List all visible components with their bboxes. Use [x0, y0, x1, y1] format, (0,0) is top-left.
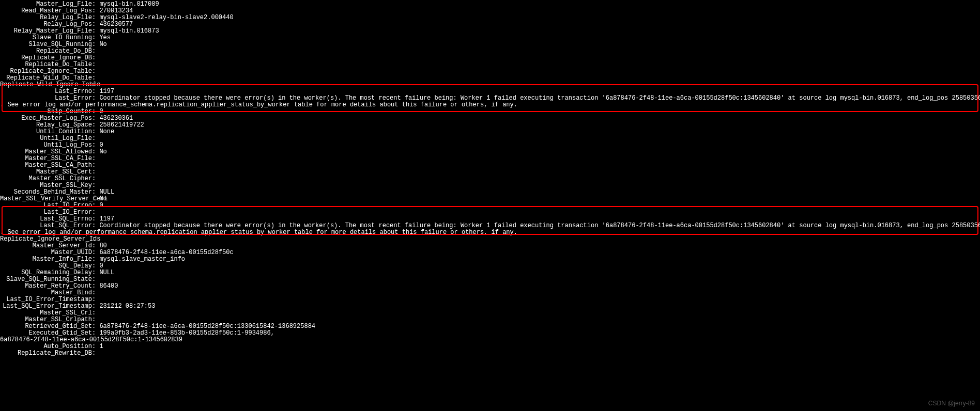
field-separator: : — [92, 155, 99, 162]
field-value: 80 — [99, 242, 106, 249]
field-separator: : — [92, 323, 99, 330]
field-value: Yes — [99, 34, 111, 41]
field-separator: : — [92, 88, 99, 95]
field-separator: : — [92, 215, 99, 223]
field-separator: : — [92, 27, 99, 35]
wrapped-text: . See error log and/or performance_schem… — [0, 229, 517, 236]
output-line: Master_SSL_Cert: — [0, 169, 980, 176]
output-line: Master_Info_File: mysql.slave_master_inf… — [0, 256, 980, 263]
output-line: Master_SSL_Key: — [0, 182, 980, 189]
output-line: . See error log and/or performance_schem… — [0, 229, 980, 236]
field-separator: : — [92, 256, 99, 263]
field-separator: : — [92, 316, 99, 323]
field-value: 436230361 — [99, 115, 133, 122]
field-separator: : — [92, 296, 99, 303]
field-separator: : — [92, 209, 99, 216]
field-separator: : — [92, 148, 99, 155]
field-value: 0 — [99, 262, 103, 270]
output-line: Master_SSL_CA_Path: — [0, 162, 980, 169]
field-separator: : — [92, 34, 99, 41]
field-value: NULL — [99, 188, 114, 196]
field-value: 258621419722 — [99, 121, 144, 129]
field-separator: : — [92, 242, 99, 249]
field-separator: : — [92, 175, 99, 182]
field-separator: : — [92, 309, 99, 317]
field-separator: : — [92, 188, 99, 196]
output-line: Master_SSL_Allowed: No — [0, 149, 980, 155]
field-value: No — [99, 148, 106, 155]
field-value: No — [99, 195, 106, 202]
output-line: Master_SSL_Cipher: — [0, 176, 980, 182]
field-separator: : — [92, 128, 99, 135]
output-line: Master_Log_File: mysql-bin.017089 — [0, 1, 980, 8]
output-line: Master_SSL_CA_File: — [0, 155, 980, 162]
output-line: Last_IO_Error: — [0, 209, 980, 216]
output-line: . See error log and/or performance_schem… — [0, 102, 980, 108]
field-separator: : — [92, 108, 99, 115]
field-separator: : — [92, 162, 99, 169]
field-value: mysql-bin.016873 — [99, 27, 159, 35]
field-value: 231212 08:27:53 — [99, 303, 155, 310]
field-separator: : — [92, 1, 99, 8]
field-separator: : — [92, 235, 99, 243]
output-line: Relay_Master_Log_File: mysql-bin.016873 — [0, 28, 980, 35]
output-line: Until_Log_Pos: 0 — [0, 142, 980, 149]
field-value: NULL — [99, 269, 114, 276]
field-value: 0 — [99, 141, 103, 149]
field-value: 6a878476-2f48-11ee-a6ca-00155d28f50c:133… — [99, 323, 315, 330]
field-value: None — [99, 128, 114, 135]
wrapped-text: 6a878476-2f48-11ee-a6ca-00155d28f50c:1-1… — [0, 336, 182, 343]
field-separator: : — [92, 115, 99, 122]
field-separator: : — [92, 54, 99, 61]
output-line: Replicate_Ignore_Server_Ids: — [0, 236, 980, 243]
field-separator: : — [92, 94, 99, 102]
field-separator: : — [92, 21, 99, 28]
wrapped-text: . See error log and/or performance_schem… — [0, 101, 517, 108]
output-line: SQL_Remaining_Delay: NULL — [0, 270, 980, 276]
output-line: Slave_IO_Running: Yes — [0, 35, 980, 41]
output-line: Last_SQL_Error_Timestamp: 231212 08:27:5… — [0, 303, 980, 310]
output-line: Skip_Counter: 0 — [0, 108, 980, 115]
output-line: Replicate_Wild_Do_Table: — [0, 75, 980, 82]
field-separator: : — [92, 168, 99, 176]
output-line: Replicate_Do_DB: — [0, 48, 980, 55]
output-line: Replicate_Do_Table: — [0, 61, 980, 68]
field-value: 1197 — [99, 215, 114, 223]
field-value: Coordinator stopped because there were e… — [99, 94, 980, 102]
field-separator: : — [92, 329, 99, 337]
field-separator: : — [92, 182, 99, 189]
field-value: 6a878476-2f48-11ee-a6ca-00155d28f50c — [99, 249, 233, 256]
field-value: 86400 — [99, 282, 118, 290]
field-value: mysql.slave_master_info — [99, 256, 185, 263]
field-value: 270013234 — [99, 7, 133, 14]
field-value: No — [99, 41, 106, 48]
output-line: Until_Log_File: — [0, 135, 980, 142]
field-separator: : — [92, 48, 99, 55]
field-separator: : — [92, 282, 99, 290]
field-value: mysql-bin.017089 — [99, 1, 159, 8]
output-line: Master_SSL_Verify_Server_Cert: No — [0, 196, 980, 202]
output-line: Replicate_Ignore_Table: — [0, 68, 980, 75]
field-separator: : — [92, 303, 99, 310]
output-line: Replicate_Wild_Ignore_Table: — [0, 82, 980, 88]
output-line: Master_Retry_Count: 86400 — [0, 283, 980, 290]
terminal-output: Master_Log_File: mysql-bin.017089Read_Ma… — [0, 0, 980, 357]
output-line: Slave_SQL_Running_State: — [0, 276, 980, 283]
output-line: Replicate_Rewrite_DB: — [0, 350, 980, 357]
field-separator: : — [92, 14, 99, 21]
field-separator: : — [92, 202, 99, 209]
field-separator: : — [92, 141, 99, 149]
field-separator: : — [92, 68, 99, 75]
field-value: 1 — [99, 343, 103, 350]
output-line: Seconds_Behind_Master: NULL — [0, 189, 980, 196]
field-separator: : — [92, 41, 99, 48]
field-separator: : — [92, 350, 99, 357]
field-separator: : — [92, 135, 99, 142]
field-separator: : — [92, 74, 99, 82]
output-line: Relay_Log_Space: 258621419722 — [0, 122, 980, 129]
field-value: mysql-slave2-relay-bin-slave2.000440 — [99, 14, 233, 21]
field-separator: : — [92, 7, 99, 14]
output-line: Last_IO_Errno: 0 — [0, 202, 980, 209]
field-value: 0 — [99, 202, 103, 209]
field-separator: : — [92, 343, 99, 350]
